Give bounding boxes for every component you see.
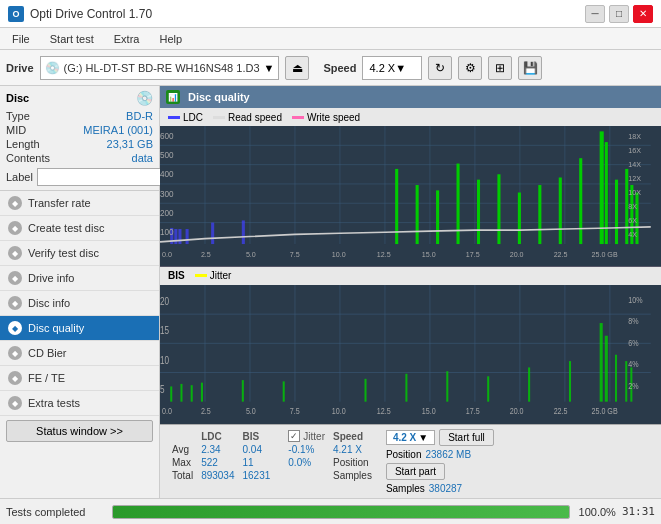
nav-transfer-rate[interactable]: ◆ Transfer rate [0,191,159,216]
svg-rect-90 [605,335,608,401]
save-button[interactable]: 💾 [518,56,542,80]
svg-rect-79 [191,385,193,401]
extra-tests-icon: ◆ [8,396,22,410]
svg-rect-87 [528,367,530,401]
samples-label-2: Samples [386,483,425,494]
stats-area: LDC BIS ✓ Jitter Speed Avg 2.34 0.04 [160,424,661,498]
eject-button[interactable]: ⏏ [285,56,309,80]
svg-rect-30 [559,178,562,245]
bis-legend-label: BIS [168,270,185,281]
nav-verify-test-disc[interactable]: ◆ Verify test disc [0,241,159,266]
svg-text:5.0: 5.0 [246,406,256,416]
disc-info-icon: ◆ [8,296,22,310]
svg-text:12.5: 12.5 [377,250,391,259]
avg-ldc: 2.34 [197,443,238,456]
menu-start-test[interactable]: Start test [46,32,98,46]
svg-rect-85 [446,371,448,401]
write-speed-legend: Write speed [292,112,360,123]
chart-header: 📊 Disc quality [160,86,661,108]
refresh-button[interactable]: ↻ [428,56,452,80]
svg-text:100: 100 [160,227,174,237]
transfer-rate-icon: ◆ [8,196,22,210]
svg-rect-21 [242,220,245,244]
filter-button[interactable]: ⊞ [488,56,512,80]
jitter-checkbox[interactable]: ✓ [288,430,300,442]
nav-drive-info[interactable]: ◆ Drive info [0,266,159,291]
svg-text:8X: 8X [628,201,637,210]
start-part-button[interactable]: Start part [386,463,445,480]
nav-drive-info-label: Drive info [28,272,74,284]
menu-help[interactable]: Help [155,32,186,46]
cd-bier-icon: ◆ [8,346,22,360]
nav-buttons: ◆ Transfer rate ◆ Create test disc ◆ Ver… [0,191,159,416]
contents-key: Contents [6,152,50,164]
chart-title: Disc quality [188,91,250,103]
mid-value: MEIRA1 (001) [83,124,153,136]
speed-arrow: ▼ [395,62,406,74]
contents-value: data [132,152,153,164]
nav-cd-bier[interactable]: ◆ CD Bier [0,341,159,366]
position-row: Position 23862 MB [386,449,494,460]
settings-button[interactable]: ⚙ [458,56,482,80]
svg-text:7.5: 7.5 [290,250,300,259]
speed-selector[interactable]: 4.2 X ▼ [386,430,435,445]
svg-text:22.5: 22.5 [554,250,568,259]
read-speed-legend: Read speed [213,112,282,123]
svg-text:0.0: 0.0 [162,250,172,259]
svg-text:6%: 6% [628,338,638,348]
nav-disc-quality[interactable]: ◆ Disc quality [0,316,159,341]
svg-rect-88 [569,361,571,402]
nav-extra-tests-label: Extra tests [28,397,80,409]
svg-text:200: 200 [160,208,174,218]
bis-header: BIS [239,429,275,443]
svg-rect-84 [405,373,407,401]
menu-bar: File Start test Extra Help [0,28,661,50]
speed-header: Speed [329,429,376,443]
menu-extra[interactable]: Extra [110,32,144,46]
svg-text:5.0: 5.0 [246,250,256,259]
app-icon: O [8,6,24,22]
max-label: Max [168,456,197,469]
samples-row: Samples 380287 [386,483,494,494]
nav-fe-te[interactable]: ◆ FE / TE [0,366,159,391]
ldc-color [168,116,180,119]
svg-rect-20 [211,223,214,244]
jitter-color [195,274,207,277]
svg-text:20: 20 [160,296,169,307]
minimize-button[interactable]: ─ [585,5,605,23]
nav-create-test-disc[interactable]: ◆ Create test disc [0,216,159,241]
svg-text:10%: 10% [628,295,642,305]
svg-rect-80 [201,382,203,401]
svg-text:2.5: 2.5 [201,406,211,416]
svg-rect-77 [170,386,172,401]
nav-disc-info-label: Disc info [28,297,70,309]
svg-rect-92 [625,361,627,402]
start-full-button[interactable]: Start full [439,429,494,446]
svg-text:20.0: 20.0 [510,250,524,259]
drive-info-icon: ◆ [8,271,22,285]
ldc-legend: LDC [168,112,203,123]
nav-fe-te-label: FE / TE [28,372,65,384]
svg-text:7.5: 7.5 [290,406,300,416]
label-input[interactable] [37,168,170,186]
status-window-button[interactable]: Status window >> [6,420,153,442]
upper-chart-svg: 600 500 400 300 200 100 18X 16X 14X 12X … [160,126,661,266]
maximize-button[interactable]: □ [609,5,629,23]
status-text: Tests completed [6,506,106,518]
charts-area: LDC Read speed Write speed [160,108,661,424]
close-button[interactable]: ✕ [633,5,653,23]
nav-disc-info[interactable]: ◆ Disc info [0,291,159,316]
nav-verify-test-disc-label: Verify test disc [28,247,99,259]
jitter-legend-label: Jitter [210,270,232,281]
nav-extra-tests[interactable]: ◆ Extra tests [0,391,159,416]
menu-file[interactable]: File [8,32,34,46]
main-layout: Disc 💿 Type BD-R MID MEIRA1 (001) Length… [0,86,661,498]
left-panel: Disc 💿 Type BD-R MID MEIRA1 (001) Length… [0,86,160,498]
svg-text:17.5: 17.5 [466,406,480,416]
speed-dropdown[interactable]: 4.2 X ▼ [362,56,422,80]
svg-text:600: 600 [160,131,174,141]
drive-dropdown[interactable]: 💿 (G:) HL-DT-ST BD-RE WH16NS48 1.D3 ▼ [40,56,280,80]
type-value: BD-R [126,110,153,122]
svg-rect-32 [600,131,604,244]
svg-text:10: 10 [160,354,169,365]
